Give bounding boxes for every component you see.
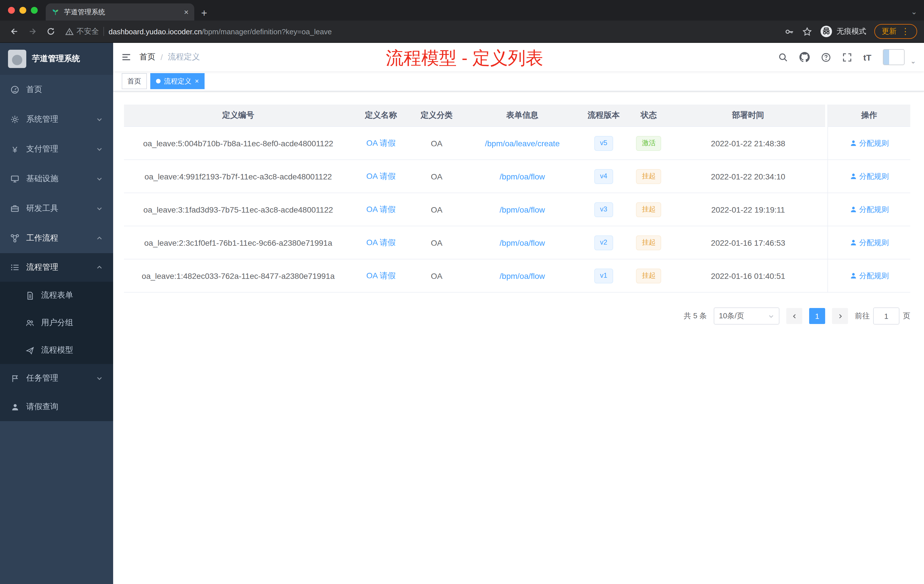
cell-definition-id: oa_leave:5:004b710b-7b8a-11ec-8ef0-acde4… xyxy=(124,127,352,160)
users-icon xyxy=(25,318,34,327)
help-icon[interactable] xyxy=(821,52,831,62)
assign-rule-button[interactable]: 分配规则 xyxy=(850,138,889,148)
incognito-icon xyxy=(820,25,833,38)
search-icon[interactable] xyxy=(778,52,788,62)
form-info-link[interactable]: /bpm/oa/flow xyxy=(500,172,545,181)
cell-category: OA xyxy=(409,127,464,160)
window-close-button[interactable] xyxy=(8,7,15,14)
table-row: oa_leave:4:991f2193-7b7f-11ec-a3c8-acde4… xyxy=(124,160,910,193)
assign-rule-button[interactable]: 分配规则 xyxy=(850,171,889,181)
forward-button[interactable] xyxy=(25,24,40,39)
definition-name-link[interactable]: OA 请假 xyxy=(366,271,396,281)
next-page-button[interactable] xyxy=(832,308,848,324)
column-header: 定义编号 xyxy=(124,105,352,127)
goto-page-input[interactable] xyxy=(873,307,899,325)
avatar-caret-icon[interactable]: ⌄ xyxy=(910,57,916,65)
tag-close-icon[interactable]: × xyxy=(195,78,199,84)
assign-rule-label: 分配规则 xyxy=(859,271,889,281)
sidebar-toggle-icon[interactable] xyxy=(121,52,132,62)
tag-home[interactable]: 首页 xyxy=(122,73,147,89)
form-info-link[interactable]: /bpm/oa/flow xyxy=(500,238,545,247)
sidebar-item-home[interactable]: 首页 xyxy=(0,75,113,105)
address-bar[interactable]: 不安全 dashboard.yudao.iocoder.cn/bpm/manag… xyxy=(65,26,781,36)
pagination: 共 5 条 10条/页 1 前往 页 xyxy=(124,307,910,325)
window-controls xyxy=(0,0,46,21)
definition-name-link[interactable]: OA 请假 xyxy=(366,204,396,214)
browser-tab[interactable]: 芋道管理系统 × xyxy=(46,3,194,21)
cell-deploy-time: 2022-01-22 20:34:10 xyxy=(671,160,825,193)
window-zoom-button[interactable] xyxy=(31,7,38,14)
sidebar-item-devtools[interactable]: 研发工具 xyxy=(0,194,113,223)
password-key-icon[interactable] xyxy=(785,26,794,36)
avatar[interactable] xyxy=(883,49,904,65)
assign-rule-button[interactable]: 分配规则 xyxy=(850,271,889,281)
sidebar-item-payment[interactable]: ¥ 支付管理 xyxy=(0,134,113,164)
column-header: 定义名称 xyxy=(352,105,409,127)
screen: 芋道管理系统 × + ⌄ 不安全 dashboard.yudao.iocoder… xyxy=(0,0,924,584)
tags-view-bar: 首页 流程定义 × xyxy=(113,71,924,91)
status-badge: 挂起 xyxy=(636,268,662,283)
tab-search-icon[interactable]: ⌄ xyxy=(911,7,917,16)
flag-icon xyxy=(10,374,20,383)
sidebar-item-process-form[interactable]: 流程表单 xyxy=(0,282,113,309)
list-icon xyxy=(10,263,20,272)
fixed-column-gap xyxy=(825,127,827,160)
navbar-right: tT ⌄ xyxy=(778,49,916,65)
fullscreen-icon[interactable] xyxy=(842,52,852,62)
sidebar-item-process-model[interactable]: 流程模型 xyxy=(0,337,113,364)
gear-icon xyxy=(10,115,20,124)
sidebar-item-label: 基础设施 xyxy=(26,174,89,184)
app-window: 芋道管理系统 首页 系统管理 ¥ xyxy=(0,43,924,584)
definition-name-link[interactable]: OA 请假 xyxy=(366,138,396,148)
sidebar-item-infra[interactable]: 基础设施 xyxy=(0,164,113,194)
back-button[interactable] xyxy=(7,24,22,39)
sidebar: 芋道管理系统 首页 系统管理 ¥ xyxy=(0,43,113,584)
workflow-icon xyxy=(10,234,20,243)
update-button[interactable]: 更新 ⋮ xyxy=(874,24,917,39)
sidebar-logo[interactable]: 芋道管理系统 xyxy=(0,43,113,75)
sidebar-item-label: 流程表单 xyxy=(41,290,103,300)
sidebar-item-label: 用户分组 xyxy=(41,318,103,328)
browser-toolbar: 不安全 dashboard.yudao.iocoder.cn/bpm/manag… xyxy=(0,21,924,43)
sidebar-item-label: 任务管理 xyxy=(26,373,89,383)
sidebar-item-process-mgmt[interactable]: 流程管理 xyxy=(0,253,113,282)
favicon-icon xyxy=(51,8,59,16)
pagination-total: 共 5 条 xyxy=(684,311,707,321)
chevron-up-icon xyxy=(96,235,103,242)
security-warning[interactable]: 不安全 xyxy=(65,26,99,36)
breadcrumb-current: 流程定义 xyxy=(168,52,200,62)
definition-name-link[interactable]: OA 请假 xyxy=(366,171,396,181)
bookmark-star-icon[interactable] xyxy=(802,26,812,36)
sidebar-item-system[interactable]: 系统管理 xyxy=(0,105,113,134)
chevron-down-icon xyxy=(96,175,103,182)
tag-process-definition[interactable]: 流程定义 × xyxy=(150,73,205,89)
status-badge: 挂起 xyxy=(636,235,662,250)
form-info-link[interactable]: /bpm/oa/flow xyxy=(500,205,545,214)
github-icon[interactable] xyxy=(799,52,810,62)
page-size-select[interactable]: 10条/页 xyxy=(714,307,779,325)
window-minimize-button[interactable] xyxy=(20,7,26,14)
chevron-down-icon xyxy=(96,146,103,153)
sidebar-item-workflow[interactable]: 工作流程 xyxy=(0,223,113,253)
sidebar-item-leave-query[interactable]: 请假查询 xyxy=(0,393,113,421)
form-info-link[interactable]: /bpm/oa/leave/create xyxy=(485,139,560,148)
assign-rule-button[interactable]: 分配规则 xyxy=(850,238,889,248)
current-page-button[interactable]: 1 xyxy=(809,308,825,324)
tab-close-icon[interactable]: × xyxy=(184,8,188,16)
sidebar-item-user-group[interactable]: 用户分组 xyxy=(0,309,113,337)
browser-menu-icon[interactable]: ⋮ xyxy=(901,26,910,36)
breadcrumb-separator: / xyxy=(160,53,163,62)
cell-category: OA xyxy=(409,226,464,259)
assign-rule-button[interactable]: 分配规则 xyxy=(850,204,889,214)
definition-name-link[interactable]: OA 请假 xyxy=(366,238,396,248)
new-tab-button[interactable]: + xyxy=(201,8,207,18)
chevron-down-icon xyxy=(768,313,774,319)
sidebar-item-task-mgmt[interactable]: 任务管理 xyxy=(0,364,113,393)
cell-category: OA xyxy=(409,193,464,226)
breadcrumb-home[interactable]: 首页 xyxy=(139,52,155,62)
form-info-link[interactable]: /bpm/oa/flow xyxy=(500,271,545,280)
breadcrumb: 首页 / 流程定义 xyxy=(139,52,200,62)
prev-page-button[interactable] xyxy=(786,308,802,324)
font-size-icon[interactable]: tT xyxy=(863,52,871,62)
reload-button[interactable] xyxy=(43,24,58,39)
